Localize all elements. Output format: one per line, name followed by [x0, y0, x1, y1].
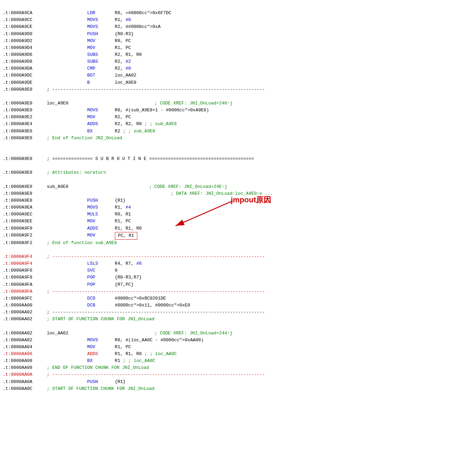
code-line — [1, 149, 475, 155]
code-line: .t:0000AA00 DCB#0000cc">0x11, #0000cc">0… — [1, 302, 475, 309]
code-line: .t:0000A9D2 MOVR0, PC — [1, 38, 475, 44]
code-line: .t:0000A9F2 ; End of function sub_A9E8 — [1, 240, 475, 246]
code-line — [1, 323, 475, 330]
code-line: .t:0000A9E6 BXR2 ; ; sub_A9E8 — [1, 128, 475, 135]
code-line: .t:0000A9E8 sub_A9E8 ; CODE XREF: JNI_On… — [1, 183, 475, 190]
code-line: .t:0000A9F4 ; --------------------------… — [1, 253, 475, 260]
code-line: .t:0000AA02 loc_AA02 ; CODE XREF: JNI_On… — [1, 330, 475, 337]
code-line: .t:0000A9F2 MOVPC, R1 — [1, 232, 475, 240]
code-line: .t:0000AA0A ; --------------------------… — [1, 371, 475, 378]
code-view: .t:0000A9CA LDRR0, =#0000cc">0x6F7DC.t:0… — [1, 3, 475, 392]
code-line — [1, 246, 475, 253]
code-line: .t:0000A9DC BGTloc_AA02 — [1, 72, 475, 79]
code-line: .t:0000A9E0 ; --------------------------… — [1, 86, 475, 93]
code-line: .t:0000AA08 ; END OF FUNCTION CHUNK FOR … — [1, 364, 475, 371]
code-line: .t:0000A9E8 ; =============== S U B R O … — [1, 155, 475, 162]
code-line: .t:0000A9E0 MOVSR0, #(sub_A9E8+1 - #0000… — [1, 107, 475, 114]
code-line: .t:0000A9E0 loc_A9E0 ; CODE XREF: JNI_On… — [1, 100, 475, 107]
code-line: .t:0000A9CE MOVSR2, ##0000cc">0xA — [1, 23, 475, 30]
code-line: .t:0000A9E6 ; End of function JNI_OnLoad — [1, 135, 475, 142]
code-line: .t:0000A9EA MOVSR1, #4 — [1, 204, 475, 211]
code-line: .t:0000AA02 MOVSR0, #(loc_AA0C - #0000cc… — [1, 337, 475, 344]
code-line: .t:0000A9FC DCD#0000cc">0xBC0201DE — [1, 295, 475, 302]
code-line — [1, 177, 475, 183]
code-line: .t:0000A9CA LDRR0, =#0000cc">0x6F7DC — [1, 10, 475, 17]
code-line: .t:0000A9E4 ADDSR2, R2, R0 ; ; sub_A9E8 — [1, 121, 475, 128]
code-line: .t:0000AA06 ADDSR1, R1, R0 ; ; loc_AA0C — [1, 351, 475, 357]
code-line: .t:0000A9F6 SVC0 — [1, 267, 475, 274]
code-line: .t:0000AA0A PUSH{R1} — [1, 379, 475, 385]
code-line — [1, 162, 475, 169]
code-line: .t:0000A9F0 ADDSR1, R1, R0 — [1, 225, 475, 232]
code-line — [1, 142, 475, 149]
code-line: .t:0000A9DA CMPR2, #0 — [1, 65, 475, 72]
code-line: .t:0000A9FA ; --------------------------… — [1, 288, 475, 295]
code-line: .t:0000A9F4 LSLSR4, R7, #6 — [1, 260, 475, 267]
code-line: .t:0000AA02 ; --------------------------… — [1, 309, 475, 316]
code-line — [1, 93, 475, 100]
code-line: .t:0000A9D0 PUSH{R0-R3} — [1, 31, 475, 38]
code-line: .t:0000A9D4 MOVR1, PC — [1, 44, 475, 51]
code-line: .t:0000A9E8 PUSH{R1} — [1, 197, 475, 204]
code-line: .t:0000A9EC MULSR0, R1 — [1, 211, 475, 218]
code-line: .t:0000AA02 ; START OF FUNCTION CHUNK FO… — [1, 316, 475, 323]
code-line: .t:0000A9D8 SUBSR2, #2 — [1, 58, 475, 65]
code-line: .t:0000A9DE Bloc_A9E0 — [1, 79, 475, 86]
code-line: .t:0000AA0C ; START OF FUNCTION CHUNK FO… — [1, 385, 475, 392]
code-line: .t:0000A9FA POP{R7,PC} — [1, 281, 475, 288]
code-line: .t:0000A9D6 SUBSR2, R1, R0 — [1, 51, 475, 58]
code-line: .t:0000A9E8 ; Attributes: noreturn — [1, 169, 475, 176]
code-line: .t:0000A9F8 POP{R0-R3,R7} — [1, 274, 475, 281]
code-line: .t:0000A9CC MOVSR1, #0 — [1, 17, 475, 23]
code-line: .t:0000AA08 BXR1 ; ; loc_AA0C — [1, 357, 475, 364]
code-line: .t:0000A9EE MOVR1, PC — [1, 218, 475, 225]
code-line: .t:0000A9E2 MOVR2, PC — [1, 114, 475, 121]
code-line: .t:0000AA04 MOVR1, PC — [1, 344, 475, 351]
